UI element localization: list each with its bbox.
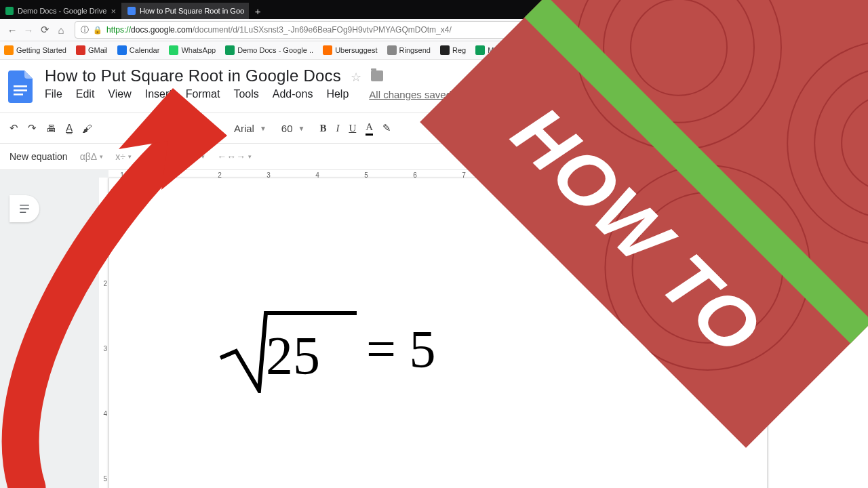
new-equation-button[interactable]: New equation (9, 151, 68, 162)
save-status[interactable]: All changes saved in Drive (369, 89, 489, 100)
url-host: docs.google.com (131, 25, 193, 35)
ruler-tick: 14 (802, 171, 809, 179)
menu-insert[interactable]: Insert (145, 88, 172, 100)
bookmark[interactable]: GMail (76, 45, 108, 55)
menu-format[interactable]: Format (186, 88, 220, 100)
bookmark-label: Ubersuggest (335, 46, 377, 54)
lock-icon: 🔒 (93, 26, 102, 35)
outline-icon (18, 203, 31, 215)
radicand: 25 (266, 325, 320, 387)
bookmark[interactable]: Ringsend (387, 45, 431, 55)
menu-help[interactable]: Help (326, 88, 349, 100)
math-ops-dropdown[interactable]: Σ(){}x²▾ (172, 151, 205, 162)
font-size-dropdown[interactable]: 60▼ (281, 123, 305, 134)
bookmark-icon (387, 45, 397, 55)
bookmarks-bar: Getting Started GMail Calendar WhatsApp … (0, 41, 868, 60)
bookmark-icon (117, 45, 127, 55)
equation-toolbar: New equation αβΔ▾ x÷▾ ≤≥▾ Σ(){}x²▾ ←↔→▾ (0, 144, 868, 170)
url-protocol: https:// (106, 25, 131, 35)
svg-rect-0 (14, 85, 27, 87)
bookmark[interactable]: Ubersuggest (323, 45, 377, 55)
reload-button[interactable]: ⟳ (37, 22, 53, 38)
bookmark-label: Getting Started (16, 46, 66, 54)
left-gutter (0, 178, 108, 488)
redo-button[interactable]: ↷ (28, 122, 37, 134)
svg-rect-2 (14, 94, 23, 96)
bookmark-label: Mar (488, 46, 500, 54)
drive-icon (5, 7, 14, 15)
undo-button[interactable]: ↶ (9, 122, 18, 134)
dropdown-glyph: αβΔ (80, 151, 98, 162)
bookmark-icon (4, 45, 14, 55)
underline-button[interactable]: U (349, 123, 356, 134)
ruler-tick: 3 (103, 345, 107, 352)
menu-edit[interactable]: Edit (76, 88, 95, 100)
formatting-toolbar: ↶ ↷ 🖶 A̲ 🖌 100%▼ Normal text▼ Arial▼ 60▼… (0, 113, 868, 144)
browser-tab[interactable]: Demo Docs - Google Drive × (0, 3, 122, 19)
misc-ops-dropdown[interactable]: x÷▾ (115, 151, 132, 162)
folder-icon[interactable] (371, 70, 383, 81)
bookmark-icon (565, 45, 574, 55)
highlight-button[interactable]: ✎ (382, 122, 391, 134)
print-button[interactable]: 🖶 (46, 123, 56, 134)
bookmark[interactable]: Med 2020 (510, 45, 555, 55)
arrows-dropdown[interactable]: ←↔→▾ (217, 151, 252, 162)
back-button[interactable]: ← (4, 22, 20, 38)
browser-address-row: ← → ⟳ ⌂ ⓘ 🔒 https:// docs.google.com /do… (0, 19, 868, 41)
dropdown-glyph: ≤≥ (144, 151, 154, 162)
url-bar[interactable]: ⓘ 🔒 https:// docs.google.com /document/d… (75, 21, 859, 39)
text-color-button[interactable]: A (366, 121, 373, 136)
menu-addons[interactable]: Add-ons (273, 88, 313, 100)
ruler-tick: 2 (103, 280, 107, 287)
menu-file[interactable]: File (45, 88, 62, 100)
star-icon[interactable]: ☆ (351, 70, 363, 82)
document-page[interactable] (108, 178, 768, 488)
dropdown-glyph: ←↔→ (217, 151, 245, 162)
browser-tab[interactable]: How to Put Square Root in Goo × (122, 3, 249, 19)
bookmark-label: Med 2020 (522, 46, 555, 54)
vertical-ruler[interactable]: 12345 (99, 178, 108, 488)
bookmark[interactable]: WhatsApp (169, 45, 216, 55)
equation-result: = 5 (366, 319, 436, 380)
equation-content[interactable]: 25 = 5 (217, 305, 436, 393)
dropdown-value: 60 (281, 123, 293, 134)
ruler-tick: 4 (103, 410, 107, 418)
spellcheck-button[interactable]: A̲ (66, 122, 73, 134)
bookmark-icon (76, 45, 85, 55)
home-button[interactable]: ⌂ (53, 22, 69, 38)
bookmark-label: Calendar (130, 46, 160, 54)
new-tab-button[interactable]: + (249, 3, 267, 19)
relations-dropdown[interactable]: ≤≥▾ (144, 151, 160, 162)
italic-button[interactable]: I (336, 123, 339, 134)
forward-button[interactable]: → (20, 22, 37, 38)
dropdown-glyph: Σ(){}x² (172, 151, 199, 162)
button-label: New equation (9, 151, 68, 162)
outline-toggle-button[interactable] (9, 195, 39, 222)
bookmark-label: T Work (577, 46, 601, 54)
menu-tools[interactable]: Tools (233, 88, 258, 100)
bold-button[interactable]: B (319, 123, 326, 134)
bookmark[interactable]: Mar (475, 45, 500, 55)
browser-tab-strip: Demo Docs - Google Drive × How to Put Sq… (0, 0, 868, 19)
menu-view[interactable]: View (108, 88, 131, 100)
docs-icon (127, 7, 136, 15)
bookmark[interactable]: T Work (565, 45, 601, 55)
close-icon[interactable]: × (248, 6, 249, 16)
paragraph-style-dropdown[interactable]: Normal text▼ (155, 123, 219, 134)
url-path: /document/d/1LuSXsnst3_-Jn69e6BeaFOg9H9v… (193, 25, 452, 35)
paint-format-button[interactable]: 🖌 (82, 123, 92, 134)
bookmark[interactable]: Demo Docs - Google ... (225, 45, 313, 55)
dropdown-value: Normal text (155, 123, 207, 134)
info-icon: ⓘ (81, 24, 89, 36)
dropdown-glyph: x÷ (115, 151, 125, 162)
bookmark[interactable]: Calendar (117, 45, 160, 55)
bookmark-icon (225, 45, 235, 55)
greek-letters-dropdown[interactable]: αβΔ▾ (80, 151, 104, 162)
document-title[interactable]: How to Put Square Root in Google Docs (45, 66, 341, 85)
font-dropdown[interactable]: Arial▼ (234, 123, 267, 134)
close-icon[interactable]: × (111, 6, 116, 16)
bookmark[interactable]: Reg (440, 45, 466, 55)
google-docs-icon[interactable] (8, 70, 33, 103)
bookmark[interactable]: Getting Started (4, 45, 66, 55)
ruler-tick: 1 (103, 215, 107, 222)
